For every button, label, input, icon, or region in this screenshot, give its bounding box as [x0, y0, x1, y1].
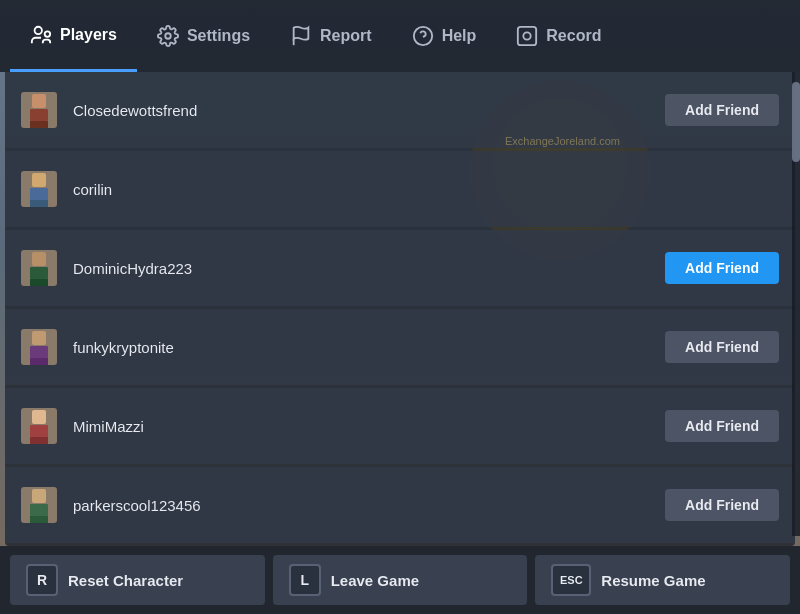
- nav-item-help[interactable]: Help: [392, 0, 497, 72]
- resume-game-label: Resume Game: [601, 572, 705, 589]
- reset-key-badge: R: [26, 564, 58, 596]
- help-icon: [412, 25, 434, 47]
- nav-item-players[interactable]: Players: [10, 0, 137, 72]
- player-name: MimiMazzi: [73, 418, 665, 435]
- avatar: [21, 329, 57, 365]
- nav-players-label: Players: [60, 26, 117, 44]
- player-row: funkykryptonite Add Friend: [5, 309, 795, 385]
- add-friend-button[interactable]: Add Friend: [665, 410, 779, 442]
- resume-game-button[interactable]: ESC Resume Game: [535, 555, 790, 605]
- avatar: [21, 487, 57, 523]
- nav-settings-label: Settings: [187, 27, 250, 45]
- nav-help-label: Help: [442, 27, 477, 45]
- player-list: Closedewottsfrend Add Friend corilin: [5, 72, 795, 546]
- resume-key-badge: ESC: [551, 564, 591, 596]
- player-name: parkerscool123456: [73, 497, 665, 514]
- nav-record-label: Record: [546, 27, 601, 45]
- add-friend-button[interactable]: Add Friend: [665, 94, 779, 126]
- scrollbar-thumb[interactable]: [792, 82, 800, 162]
- add-friend-button[interactable]: Add Friend: [665, 331, 779, 363]
- record-icon: [516, 25, 538, 47]
- nav-item-report[interactable]: Report: [270, 0, 392, 72]
- svg-point-0: [35, 26, 42, 33]
- reset-character-button[interactable]: R Reset Character: [10, 555, 265, 605]
- settings-icon: [157, 25, 179, 47]
- report-icon: [290, 25, 312, 47]
- player-row: DominicHydra223 Add Friend: [5, 230, 795, 306]
- player-row: corilin: [5, 151, 795, 227]
- svg-rect-6: [518, 27, 536, 45]
- avatar: [21, 250, 57, 286]
- add-friend-button-highlighted[interactable]: Add Friend: [665, 252, 779, 284]
- svg-point-7: [524, 32, 531, 39]
- svg-point-2: [165, 33, 171, 39]
- avatar: [21, 171, 57, 207]
- player-list-container: Closedewottsfrend Add Friend corilin: [5, 72, 795, 546]
- leave-key-badge: L: [289, 564, 321, 596]
- players-icon: [30, 24, 52, 46]
- avatar: [21, 92, 57, 128]
- player-name: funkykryptonite: [73, 339, 665, 356]
- scrollbar-track[interactable]: [792, 72, 800, 536]
- player-row: Closedewottsfrend Add Friend: [5, 72, 795, 148]
- leave-game-label: Leave Game: [331, 572, 419, 589]
- leave-game-button[interactable]: L Leave Game: [273, 555, 528, 605]
- nav-item-record[interactable]: Record: [496, 0, 621, 72]
- svg-point-1: [45, 31, 50, 36]
- player-name: DominicHydra223: [73, 260, 665, 277]
- bottom-bar: R Reset Character L Leave Game ESC Resum…: [0, 546, 800, 614]
- player-name: corilin: [73, 181, 779, 198]
- avatar: [21, 408, 57, 444]
- player-row: parkerscool123456 Add Friend: [5, 467, 795, 543]
- nav-bar: Players Settings Report: [0, 0, 800, 72]
- add-friend-button[interactable]: Add Friend: [665, 489, 779, 521]
- player-name: Closedewottsfrend: [73, 102, 665, 119]
- player-row: MimiMazzi Add Friend: [5, 388, 795, 464]
- nav-item-settings[interactable]: Settings: [137, 0, 270, 72]
- reset-character-label: Reset Character: [68, 572, 183, 589]
- nav-report-label: Report: [320, 27, 372, 45]
- watermark: ExchangeJoreland.com: [505, 135, 620, 147]
